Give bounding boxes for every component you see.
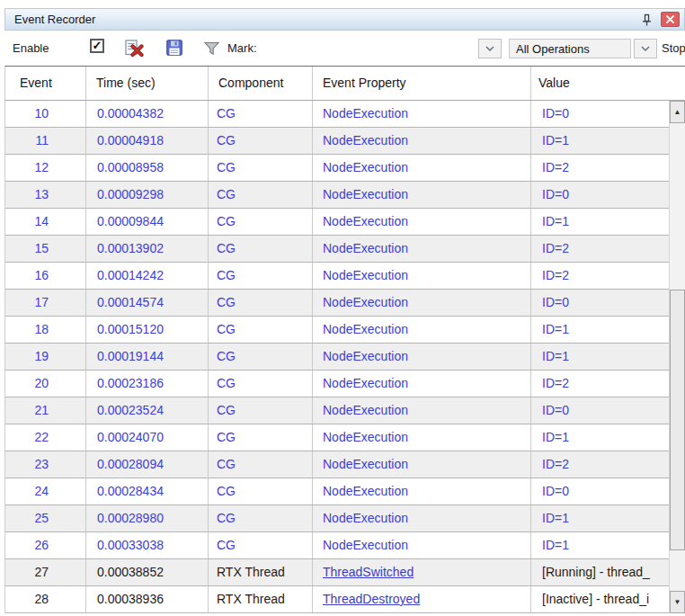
cell-time: 0.00028980 [86, 505, 209, 531]
cell-value: ID=2 [531, 236, 669, 262]
event-property-link[interactable]: ThreadSwitched [323, 565, 414, 579]
cell-component: CG [209, 478, 313, 504]
mark-label: Mark: [227, 41, 257, 55]
cell-value: ID=2 [531, 370, 669, 397]
cell-component: CG [209, 236, 313, 262]
cell-value: ID=0 [531, 397, 669, 424]
cell-time: 0.00014242 [86, 263, 209, 289]
cell-time: 0.00038936 [86, 586, 209, 612]
scroll-up-button[interactable]: ▲ [670, 101, 685, 123]
table-row[interactable]: 270.00038852RTX ThreadThreadSwitched[Run… [5, 559, 669, 586]
cell-property: NodeExecution [313, 236, 531, 262]
cell-property: NodeExecution [313, 344, 531, 370]
cell-time: 0.00019144 [86, 344, 209, 370]
cell-property: NodeExecution [313, 424, 531, 451]
close-button[interactable] [661, 12, 680, 27]
clear-events-button[interactable] [125, 40, 144, 60]
table-row[interactable]: 170.00014574CGNodeExecutionID=0 [5, 290, 669, 317]
cell-property: NodeExecution [313, 209, 531, 235]
cell-event: 26 [5, 532, 86, 558]
cell-event: 19 [5, 344, 86, 370]
cell-event: 10 [5, 101, 86, 127]
table-row[interactable]: 280.00038936RTX ThreadThreadDestroyed[In… [5, 586, 669, 613]
cell-component: CG [209, 317, 313, 343]
cell-component: CG [209, 101, 313, 127]
chevron-down-icon [485, 46, 494, 51]
column-header-component: Component [209, 67, 313, 100]
cell-property: NodeExecution [313, 101, 531, 127]
table-row[interactable]: 120.00008958CGNodeExecutionID=2 [5, 155, 669, 182]
vertical-scrollbar[interactable]: ▲ ▼ [669, 101, 685, 613]
table-row[interactable]: 180.00015120CGNodeExecutionID=1 [5, 317, 669, 344]
cell-property: NodeExecution [313, 290, 531, 316]
cell-time: 0.00013902 [86, 236, 209, 262]
titlebar[interactable]: Event Recorder [4, 8, 685, 31]
table-row[interactable]: 150.00013902CGNodeExecutionID=2 [5, 236, 669, 263]
cell-event: 17 [5, 290, 86, 316]
table-row[interactable]: 100.00004382CGNodeExecutionID=0 [5, 101, 669, 128]
save-button[interactable] [166, 40, 182, 59]
mark-dropdown-button[interactable] [478, 39, 502, 58]
table-row[interactable]: 190.00019144CGNodeExecutionID=1 [5, 344, 669, 370]
pin-icon[interactable] [638, 12, 654, 28]
cell-event: 20 [5, 370, 86, 397]
cell-time: 0.00004382 [86, 101, 209, 127]
cell-component: CG [209, 182, 313, 208]
table-row[interactable]: 110.00004918CGNodeExecutionID=1 [5, 128, 669, 155]
cell-component: CG [209, 505, 313, 531]
table-row[interactable]: 250.00028980CGNodeExecutionID=1 [5, 505, 669, 532]
table-row[interactable]: 240.00028434CGNodeExecutionID=0 [5, 478, 669, 505]
column-header-event: Event [5, 67, 86, 100]
cell-time: 0.00009298 [86, 182, 209, 208]
cell-property: NodeExecution [313, 263, 531, 289]
cell-time: 0.00023524 [86, 397, 209, 424]
cell-property: NodeExecution [313, 317, 531, 343]
table-row[interactable]: 130.00009298CGNodeExecutionID=0 [5, 182, 669, 209]
cell-event: 21 [5, 397, 86, 424]
cell-property: NodeExecution [313, 128, 531, 154]
table-row[interactable]: 140.00009844CGNodeExecutionID=1 [5, 209, 669, 236]
table-row[interactable]: 260.00033038CGNodeExecutionID=1 [5, 532, 669, 559]
cell-component: RTX Thread [209, 559, 313, 585]
cell-value: ID=2 [531, 263, 669, 289]
cell-time: 0.00023186 [86, 370, 209, 397]
operations-filter-value: All Operations [516, 42, 590, 56]
table-row[interactable]: 230.00028094CGNodeExecutionID=2 [5, 451, 669, 478]
stop-label: Stop [662, 41, 685, 55]
scrollbar-thumb[interactable] [670, 290, 685, 550]
enable-checkbox[interactable]: ✓ [90, 39, 104, 53]
cell-value: [Inactive] - thread_i [531, 586, 669, 612]
cell-component: CG [209, 370, 313, 397]
operations-dropdown-button[interactable] [634, 39, 657, 58]
cell-time: 0.00008958 [86, 155, 209, 181]
event-property-link[interactable]: ThreadDestroyed [323, 592, 420, 606]
cell-value: ID=1 [531, 532, 669, 558]
cell-value: ID=2 [531, 451, 669, 478]
cell-value: ID=0 [531, 101, 669, 127]
table-row[interactable]: 200.00023186CGNodeExecutionID=2 [5, 370, 669, 397]
column-header-event-property: Event Property [313, 67, 531, 100]
cell-component: CG [209, 155, 313, 181]
cell-time: 0.00014574 [86, 290, 209, 316]
table-row[interactable]: 220.00024070CGNodeExecutionID=1 [5, 424, 669, 451]
cell-event: 12 [5, 155, 86, 181]
column-header-value: Value [531, 67, 685, 100]
cell-value: ID=1 [531, 128, 669, 154]
cell-value: ID=1 [531, 344, 669, 370]
operations-filter-select[interactable]: All Operations [509, 39, 631, 58]
table-row[interactable]: 210.00023524CGNodeExecutionID=0 [5, 397, 669, 424]
cell-component: CG [209, 290, 313, 316]
cell-time: 0.00024070 [86, 424, 209, 451]
mark-input[interactable] [274, 39, 478, 58]
scroll-down-button[interactable]: ▼ [670, 591, 685, 613]
filter-button[interactable] [203, 41, 220, 59]
table-rows: 100.00004382CGNodeExecutionID=0110.00004… [4, 101, 669, 613]
cell-component: CG [209, 424, 313, 451]
cell-value: [Running] - thread_ [531, 559, 669, 585]
cell-time: 0.00033038 [86, 532, 209, 558]
cell-value: ID=1 [531, 424, 669, 451]
cell-property: ThreadDestroyed [313, 586, 531, 612]
table-row[interactable]: 160.00014242CGNodeExecutionID=2 [5, 263, 669, 290]
cell-property: ThreadSwitched [313, 559, 531, 585]
cell-component: CG [209, 344, 313, 370]
